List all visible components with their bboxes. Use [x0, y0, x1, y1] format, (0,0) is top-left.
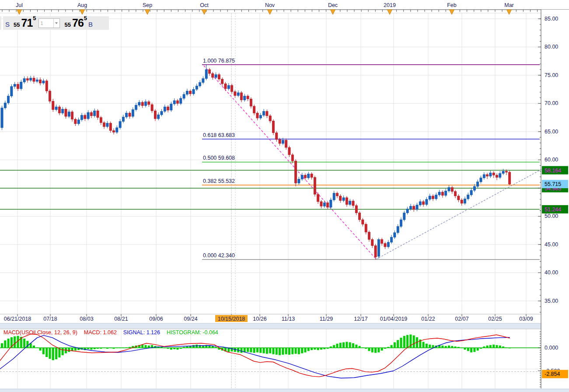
buy-button[interactable]: 55765B — [63, 18, 95, 28]
candle-body — [112, 130, 115, 132]
histogram-bar — [426, 344, 428, 348]
histogram-bar — [65, 348, 67, 354]
histogram-bar — [94, 348, 96, 349]
date-axis[interactable]: 06/21/201807/1808/0308/2109/0609/2410/15… — [4, 314, 533, 322]
support-resistance-lines — [0, 170, 540, 209]
candle-body — [499, 173, 501, 177]
month-marker-icon — [507, 10, 512, 14]
histogram-bar — [279, 348, 281, 355]
candle-body — [129, 113, 131, 116]
candle-body — [33, 78, 35, 81]
amount-dropdown[interactable]: 1 — [38, 18, 60, 28]
candle-body — [317, 194, 319, 202]
svg-text:11/13: 11/13 — [282, 316, 295, 322]
histogram-bar — [489, 345, 492, 348]
svg-text:09/06: 09/06 — [149, 316, 163, 322]
histogram-bar — [7, 339, 10, 348]
histogram-bar — [186, 346, 188, 348]
candle-body — [186, 91, 188, 94]
histogram-bar — [371, 348, 374, 353]
candle-body — [416, 205, 418, 210]
svg-text:Feb: Feb — [447, 2, 457, 8]
candle-body — [330, 200, 332, 207]
price-gridlines — [0, 13, 540, 314]
svg-text:Jul: Jul — [16, 2, 23, 8]
candle-body — [298, 179, 300, 183]
histogram-bar — [173, 348, 175, 349]
chevron-down-icon — [53, 19, 59, 28]
candle-body — [451, 188, 453, 192]
candle-body — [253, 106, 255, 113]
candle-body — [288, 147, 290, 155]
histogram-bar — [323, 348, 325, 349]
candle-body — [7, 96, 10, 103]
histogram-bar — [74, 348, 77, 350]
svg-text:60.00: 60.00 — [545, 157, 558, 163]
histogram-bar — [448, 346, 450, 348]
candle-body — [212, 74, 214, 77]
candle-body — [36, 80, 38, 81]
svg-text:65.00: 65.00 — [545, 129, 558, 135]
price-tags: 58.16454.98351.24455.715 — [542, 166, 568, 214]
candle-body — [17, 84, 19, 89]
histogram-bar — [36, 347, 38, 348]
candle-body — [365, 224, 367, 232]
candle-body — [496, 175, 498, 177]
buy-price-frac: 5 — [84, 15, 87, 21]
histogram-bar — [413, 336, 415, 348]
svg-text:Oct: Oct — [200, 2, 209, 8]
svg-text:51.244: 51.244 — [545, 206, 561, 213]
candle-body — [473, 186, 475, 190]
svg-text:-2.854: -2.854 — [545, 371, 560, 377]
histogram-bar — [486, 346, 489, 348]
histogram-bar — [145, 345, 147, 348]
svg-text:02/25: 02/25 — [488, 316, 502, 322]
candle-body — [87, 112, 89, 119]
sell-side-label: S — [3, 21, 12, 28]
month-ruler[interactable]: JulAugSepOctNovDec2019FebMar — [0, 0, 569, 14]
candle-body — [161, 111, 163, 115]
candle-body — [445, 191, 447, 195]
histogram-bar — [164, 348, 166, 348]
histogram-bar — [499, 346, 501, 348]
candle-body — [279, 140, 281, 144]
candle-body — [68, 112, 70, 116]
histogram-bar — [400, 338, 402, 348]
histogram-bar — [454, 346, 457, 348]
candle-body — [483, 175, 485, 178]
candle-body — [285, 140, 287, 147]
candle-body — [307, 174, 310, 178]
candle-body — [126, 113, 128, 117]
candle-body — [502, 171, 504, 173]
candle-body — [314, 177, 316, 194]
candle-body — [250, 99, 252, 106]
histogram-bar — [195, 345, 198, 348]
histogram-bar — [100, 348, 102, 349]
svg-text:01/04/2019: 01/04/2019 — [380, 316, 408, 322]
macd-legend-item: SIGNAL: 1.126 — [123, 329, 160, 336]
candle-body — [80, 115, 83, 119]
histogram-bar — [247, 348, 249, 352]
histogram-bar — [502, 346, 504, 348]
histogram-bar — [49, 348, 51, 359]
svg-text:50.00: 50.00 — [545, 213, 558, 219]
sell-button[interactable]: S55715 — [3, 18, 36, 28]
svg-text:12/17: 12/17 — [354, 316, 367, 322]
candle-body — [339, 196, 342, 200]
histogram-bar — [311, 348, 313, 350]
scrollbar-strip[interactable] — [0, 323, 569, 329]
candle-body — [266, 111, 268, 116]
svg-text:1.000 76.875: 1.000 76.875 — [203, 58, 235, 64]
candle-body — [65, 109, 67, 116]
svg-text:80.00: 80.00 — [545, 44, 558, 50]
histogram-bar — [276, 348, 278, 355]
quote-panel: S55715 1 55765B — [3, 16, 109, 30]
candle-body — [205, 70, 207, 79]
histogram-bar — [403, 336, 405, 348]
candle-body — [333, 193, 335, 200]
candle-body — [170, 104, 172, 110]
svg-text:10/15/2018: 10/15/2018 — [218, 316, 245, 322]
histogram-bar — [215, 347, 217, 348]
histogram-bar — [384, 348, 386, 349]
price-axis[interactable]: 85.0080.0075.0070.0065.0060.0055.0050.00… — [538, 10, 569, 388]
